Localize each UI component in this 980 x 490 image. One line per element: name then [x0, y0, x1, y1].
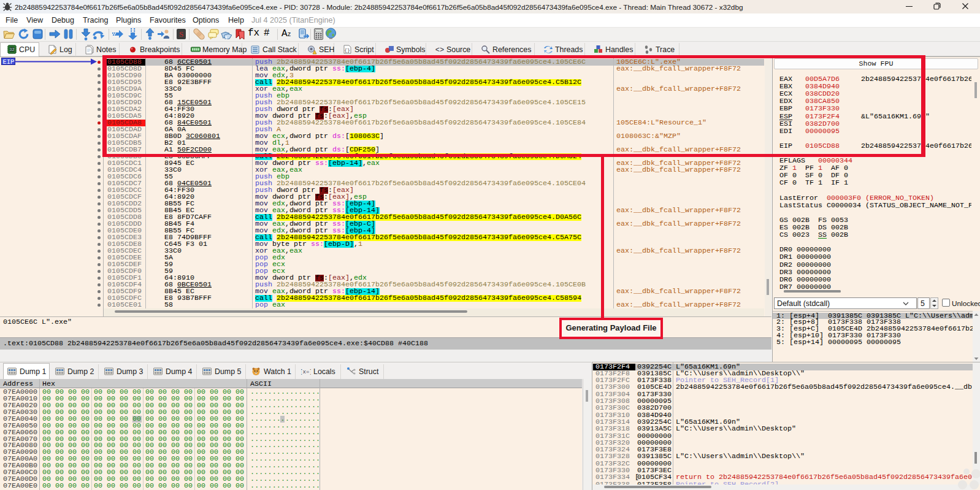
svg-text:S: S: [179, 29, 183, 39]
svg-text:32: 32: [10, 48, 15, 52]
svg-text:[x=]: [x=]: [301, 369, 311, 375]
svg-text:<>: <>: [435, 46, 444, 55]
svg-text:{}: {}: [344, 47, 350, 53]
